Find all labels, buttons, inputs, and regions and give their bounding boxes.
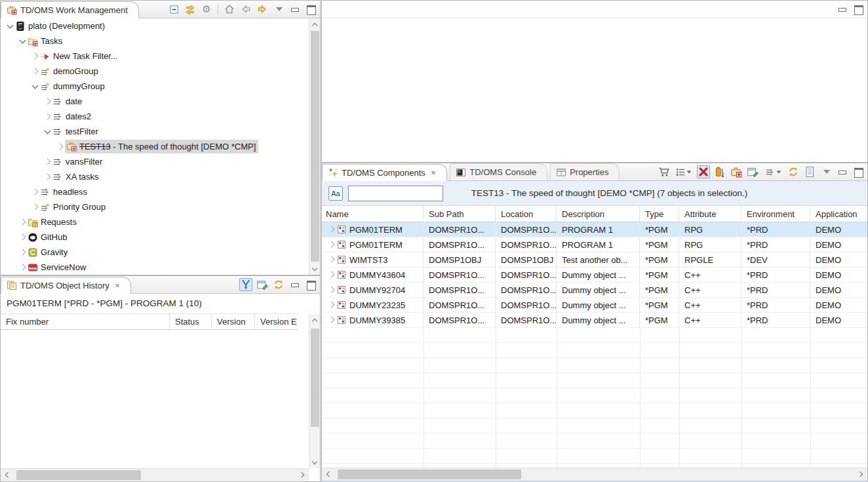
expand-chevron[interactable]: [42, 157, 52, 167]
tree-item-plato[interactable]: plato (Development): [1, 18, 320, 33]
component-row[interactable]: DUMMY43604 DOMSPR1O... DOMSPR1O... Dummy…: [322, 268, 867, 283]
expand-chevron[interactable]: [42, 96, 52, 107]
components-horizontal-scrollbar[interactable]: [322, 468, 867, 481]
column-header-application[interactable]: Application: [810, 206, 868, 222]
back-button[interactable]: [239, 3, 252, 16]
remove-filter-button[interactable]: [697, 165, 710, 178]
expand-chevron[interactable]: [326, 254, 336, 265]
tab-console[interactable]: TD/OMS Console: [450, 163, 547, 180]
tab-components[interactable]: TD/OMS Components ✕: [322, 164, 447, 181]
scrollbar-thumb[interactable]: [311, 31, 319, 262]
column-header-status[interactable]: Status: [170, 314, 212, 329]
scroll-down-arrow[interactable]: [309, 456, 321, 468]
column-header-version[interactable]: Version: [212, 314, 255, 329]
object-history-vertical-scrollbar[interactable]: [309, 314, 320, 468]
tree-item-tasks[interactable]: Tasks: [1, 33, 320, 49]
maximize-button[interactable]: [852, 3, 865, 16]
link-with-editor-button[interactable]: [184, 3, 197, 16]
tree-item-priority-group[interactable]: Priority Group: [1, 199, 320, 214]
tree-item-gravity[interactable]: Gravity: [1, 245, 320, 260]
scrollbar-thumb[interactable]: [338, 470, 521, 479]
minimize-button[interactable]: [836, 165, 849, 178]
scroll-right-arrow[interactable]: [297, 470, 308, 481]
column-header-environment[interactable]: Environment: [741, 206, 810, 222]
tree-item-vansfilter[interactable]: vansFilter: [1, 154, 320, 169]
expand-chevron[interactable]: [30, 66, 40, 77]
column-header-version-e[interactable]: Version E: [255, 314, 299, 329]
expand-chevron[interactable]: [42, 172, 52, 182]
expand-chevron[interactable]: [5, 21, 15, 31]
case-sensitive-toggle[interactable]: Aa: [328, 186, 343, 201]
expand-chevron[interactable]: [17, 232, 28, 243]
tree-vertical-scrollbar[interactable]: [309, 18, 320, 275]
scroll-up-arrow[interactable]: [309, 19, 321, 30]
close-icon[interactable]: ✕: [431, 169, 436, 176]
tree-item-demogroup[interactable]: demoGroup: [1, 64, 320, 79]
refresh-button[interactable]: [787, 165, 800, 178]
tree-item-dates2[interactable]: dates2: [1, 109, 320, 124]
expand-chevron[interactable]: [326, 315, 336, 325]
tree-item-date[interactable]: date: [1, 94, 320, 109]
close-icon[interactable]: ✕: [115, 282, 120, 289]
component-row[interactable]: WIMTST3 DOMSP1OBJ DOMSP1OBJ Test another…: [322, 252, 867, 268]
component-row[interactable]: DUMMY39385 DOMSPR1O... DOMSPR1O... Dummy…: [322, 313, 867, 328]
tree-item-requests[interactable]: ? Requests: [1, 214, 320, 230]
expand-chevron[interactable]: [30, 187, 40, 197]
expand-chevron[interactable]: [42, 127, 52, 137]
column-header-sub-path[interactable]: Sub Path: [424, 206, 496, 222]
tab-properties[interactable]: Properties: [550, 163, 620, 180]
scroll-up-arrow[interactable]: [309, 315, 321, 326]
column-header-location[interactable]: Location: [496, 206, 557, 222]
expand-chevron[interactable]: [326, 270, 336, 280]
tree-item-headless[interactable]: headless: [1, 184, 320, 199]
minimize-button[interactable]: [288, 3, 302, 16]
filter-history-button[interactable]: [239, 278, 252, 291]
scroll-right-arrow[interactable]: [856, 469, 867, 480]
minimize-button[interactable]: [836, 3, 849, 16]
column-header-type[interactable]: Type: [640, 206, 679, 222]
tree-item-new-task-filter[interactable]: New Task Filter...: [1, 49, 320, 64]
scroll-left-arrow[interactable]: [1, 470, 12, 481]
tree-item-xa-tasks[interactable]: XA tasks: [1, 169, 320, 184]
expand-chevron[interactable]: [17, 262, 28, 273]
tab-object-history[interactable]: TD/OMS Object History ✕: [1, 277, 131, 294]
component-row[interactable]: DUMMY23235 DOMSPR1O... DOMSPR1O... Dummy…: [322, 298, 867, 313]
column-header-description[interactable]: Description: [557, 206, 640, 222]
open-in-editor-button[interactable]: [746, 165, 759, 178]
tree-item-github[interactable]: GitHub: [1, 230, 320, 245]
maximize-button[interactable]: [305, 3, 318, 16]
gear-icon[interactable]: ⚙: [200, 3, 213, 16]
expand-chevron[interactable]: [42, 111, 52, 122]
component-row[interactable]: PGM01TERM DOMSPR1O... DOMSPR1O... PROGRA…: [322, 237, 867, 252]
tree-item-test13[interactable]: TEST13 - The speed of thought [DEMO *CMP…: [1, 139, 320, 154]
component-filter-input[interactable]: [348, 186, 443, 201]
expand-chevron[interactable]: [17, 36, 28, 47]
view-menu-chevron-icon[interactable]: [819, 165, 833, 178]
column-header-attribute[interactable]: Attribute: [679, 206, 741, 222]
collapse-all-button[interactable]: [167, 3, 180, 16]
component-filter-button[interactable]: [762, 165, 783, 178]
maximize-button[interactable]: [305, 278, 318, 291]
column-header-fix-number[interactable]: Fix number: [1, 314, 170, 329]
scroll-down-arrow[interactable]: [309, 263, 321, 274]
scroll-left-arrow[interactable]: [323, 469, 334, 480]
tree-item-dummygroup[interactable]: dummyGroup: [1, 79, 320, 94]
selected-task[interactable]: TEST13 - The speed of thought [DEMO *CMP…: [65, 140, 258, 153]
expand-chevron[interactable]: [30, 81, 40, 92]
ile-object-button[interactable]: ILE: [713, 165, 726, 178]
expand-chevron[interactable]: [326, 224, 336, 235]
task-button[interactable]: [730, 165, 743, 178]
tree-item-servicenow[interactable]: now ServiceNow: [1, 260, 320, 275]
expand-chevron[interactable]: [17, 217, 28, 228]
expand-chevron[interactable]: [326, 300, 336, 310]
component-row[interactable]: PGM01TERM DOMSPR1O... DOMSPR1O... PROGRA…: [322, 222, 867, 237]
expand-chevron[interactable]: [30, 202, 40, 212]
view-mode-list-button[interactable]: [674, 165, 694, 178]
home-button[interactable]: [223, 3, 236, 16]
view-menu-chevron-icon[interactable]: [272, 3, 285, 16]
tree-item-testfilter[interactable]: testFilter: [1, 124, 320, 139]
tab-work-management[interactable]: TD/OMS Work Management: [1, 1, 139, 18]
refresh-button[interactable]: [272, 278, 285, 291]
expand-chevron[interactable]: [17, 247, 28, 258]
expand-chevron[interactable]: [326, 239, 336, 250]
